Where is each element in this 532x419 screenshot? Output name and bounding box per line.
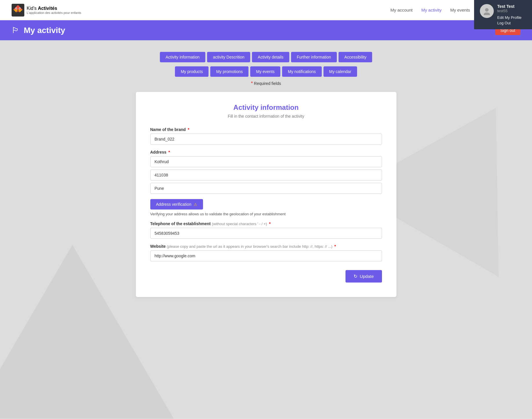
svg-point-9 bbox=[485, 8, 489, 12]
tab-my-events[interactable]: My events bbox=[250, 66, 280, 77]
tabs-row-2: My products My promotions My events My n… bbox=[0, 66, 532, 77]
update-btn-row: ↻ Update bbox=[150, 270, 382, 283]
tab-further-information[interactable]: Further information bbox=[291, 52, 337, 62]
tab-activity-details[interactable]: Activity details bbox=[252, 52, 289, 62]
telephone-label: Telephone of the establishment (without … bbox=[150, 221, 382, 226]
edit-profile-link[interactable]: Edit My Profile bbox=[497, 15, 526, 20]
logout-link[interactable]: Log Out bbox=[497, 21, 526, 25]
brand-label: Name of the brand * bbox=[150, 127, 382, 132]
address-line2-input[interactable] bbox=[150, 170, 382, 181]
tab-activity-descrition[interactable]: activity Descrition bbox=[207, 52, 250, 62]
tab-my-products[interactable]: My products bbox=[175, 66, 209, 77]
page-title: My activity bbox=[24, 26, 65, 35]
logo-text: Kid's Activités bbox=[27, 6, 57, 11]
refresh-icon: ↻ bbox=[354, 274, 357, 279]
nav-my-events[interactable]: My events bbox=[450, 8, 470, 12]
svg-point-10 bbox=[484, 12, 490, 15]
address-group: Address * bbox=[150, 150, 382, 194]
address-verification-button[interactable]: Address verification ⚠ bbox=[150, 199, 203, 210]
tab-my-notifications[interactable]: My notifications bbox=[282, 66, 321, 77]
tab-my-promotions[interactable]: My promotions bbox=[210, 66, 248, 77]
address-required-icon: * bbox=[168, 150, 170, 154]
tabs-row-1: Activity information activity Descrition… bbox=[0, 52, 532, 62]
svg-point-7 bbox=[19, 8, 20, 9]
tab-activity-information[interactable]: Activity information bbox=[160, 52, 205, 62]
asterisk-icon: * bbox=[251, 81, 253, 86]
logo-subtitle: L'application des activités pour enfants bbox=[27, 11, 81, 14]
form-subtitle: Fill in the contact information of the a… bbox=[150, 114, 382, 119]
tab-my-calendar[interactable]: My calendar bbox=[323, 66, 357, 77]
brand-input[interactable] bbox=[150, 134, 382, 145]
user-name: Test Test bbox=[497, 4, 526, 9]
tab-accessibility[interactable]: Accessibility bbox=[339, 52, 372, 62]
navbar: Kid's Activités L'application des activi… bbox=[0, 0, 532, 20]
address-verify-section: Address verification ⚠ Verifying your ad… bbox=[150, 199, 382, 216]
user-dropdown: Test Test test55 Edit My Profile Log Out bbox=[474, 0, 532, 29]
nav-my-account[interactable]: My account bbox=[390, 8, 413, 12]
address-label: Address * bbox=[150, 150, 382, 154]
avatar bbox=[480, 4, 494, 18]
logo-activites: Activités bbox=[38, 6, 57, 11]
user-handle: test55 bbox=[497, 9, 526, 13]
website-input[interactable] bbox=[150, 250, 382, 261]
address-line3-input[interactable] bbox=[150, 183, 382, 194]
brand-group: Name of the brand * bbox=[150, 127, 382, 145]
telephone-input[interactable] bbox=[150, 228, 382, 239]
logo: Kid's Activités L'application des activi… bbox=[12, 4, 81, 17]
update-button[interactable]: ↻ Update bbox=[345, 270, 382, 283]
address-line1-input[interactable] bbox=[150, 156, 382, 167]
user-info: Test Test test55 Edit My Profile Log Out bbox=[497, 4, 526, 25]
website-group: Website (please copy and paste the url a… bbox=[150, 244, 382, 261]
page-header: 🏳 My activity Sign out bbox=[0, 20, 532, 40]
address-verify-description: Verifying your address allows us to vali… bbox=[150, 212, 382, 216]
brand-required-icon: * bbox=[188, 127, 189, 132]
warning-icon: ⚠ bbox=[194, 202, 197, 207]
main-content: Activity information activity Descrition… bbox=[0, 40, 532, 419]
form-card: Activity information Fill in the contact… bbox=[136, 92, 396, 297]
form-title: Activity information bbox=[150, 103, 382, 112]
website-required-icon: * bbox=[334, 244, 336, 249]
nav-my-activity[interactable]: My activity bbox=[421, 8, 442, 12]
svg-point-6 bbox=[16, 8, 17, 9]
flag-icon: 🏳 bbox=[12, 25, 20, 35]
logo-icon bbox=[12, 4, 24, 17]
website-label: Website (please copy and paste the url a… bbox=[150, 244, 382, 249]
logo-kids: Kid's bbox=[27, 6, 36, 11]
required-note: * Required fields bbox=[0, 81, 532, 86]
telephone-group: Telephone of the establishment (without … bbox=[150, 221, 382, 239]
telephone-required-icon: * bbox=[269, 221, 270, 226]
